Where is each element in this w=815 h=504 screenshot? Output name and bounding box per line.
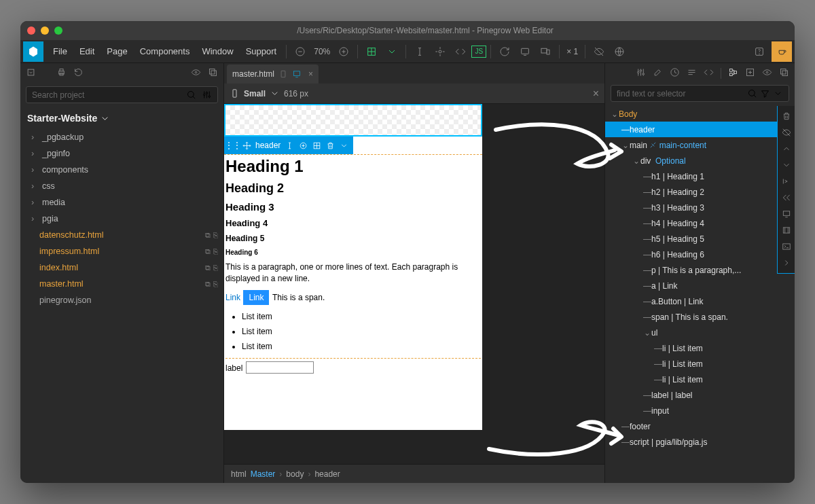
file-action-icon[interactable]: ⎘ [213, 280, 218, 289]
dom-header[interactable]: —header [605, 122, 795, 137]
add-panel-icon[interactable] [745, 67, 755, 80]
file-action-icon[interactable]: ⎘ [213, 264, 218, 272]
move-up-icon[interactable] [779, 141, 794, 156]
file-action-icon[interactable]: ⎘ [213, 247, 218, 256]
dom-p[interactable]: —p | This is a paragraph,... [605, 262, 795, 278]
heading-2[interactable]: Heading 2 [225, 181, 481, 196]
dom-a-button[interactable]: —a.Button | Link [605, 293, 795, 309]
trash-icon[interactable] [779, 109, 794, 124]
breadcrumb-html[interactable]: html [231, 469, 247, 479]
move-icon[interactable] [242, 141, 251, 150]
dom-li[interactable]: —li | List item [605, 340, 795, 356]
devices-icon[interactable] [536, 42, 555, 61]
file-datenschutz[interactable]: datenschutz.html⧉⎘ [20, 227, 223, 243]
globe-icon[interactable] [610, 42, 629, 61]
close-tab-icon[interactable]: × [308, 69, 313, 79]
duplicate-icon[interactable] [298, 141, 308, 150]
file-action-icon[interactable]: ⧉ [205, 247, 211, 256]
text-input[interactable] [246, 361, 314, 374]
drag-handle-icon[interactable]: ⋮⋮ [228, 141, 238, 150]
edit-text-icon[interactable] [285, 141, 294, 150]
app-logo[interactable] [23, 41, 43, 62]
list[interactable]: List item List item List item [242, 312, 481, 351]
zoom-in-icon[interactable] [334, 42, 353, 61]
dom-label[interactable]: —label | label [605, 387, 795, 403]
project-search-input[interactable] [32, 90, 186, 100]
dom-input[interactable]: —input [605, 403, 795, 418]
list-item[interactable]: List item [242, 312, 481, 321]
link-button[interactable]: Link [243, 290, 269, 305]
dom-h1[interactable]: —h1 | Heading 1 [605, 168, 795, 184]
minimize-window-button[interactable] [41, 26, 49, 35]
heading-6[interactable]: Heading 6 [225, 249, 481, 256]
device-icon[interactable] [515, 42, 535, 61]
monitor-icon[interactable] [779, 206, 794, 221]
folder-components[interactable]: ›components [20, 162, 223, 178]
undo-icon[interactable] [73, 67, 84, 80]
link-1[interactable]: Link [225, 293, 240, 302]
heading-4[interactable]: Heading 4 [225, 218, 481, 228]
breadcrumb-header[interactable]: header [314, 469, 340, 479]
heading-5[interactable]: Heading 5 [225, 234, 481, 243]
zoom-window-button[interactable] [54, 26, 62, 35]
eye-icon[interactable] [191, 67, 201, 80]
hide-icon[interactable] [779, 125, 794, 140]
design-canvas[interactable]: ⋮⋮ header Heading 1 Heading 2 Heading 3 [224, 104, 482, 430]
menu-components[interactable]: Components [134, 43, 196, 59]
grid-icon[interactable] [362, 42, 381, 61]
close-viewport-icon[interactable]: × [593, 88, 599, 100]
dom-a[interactable]: —a | Link [605, 278, 795, 293]
dom-search-input[interactable] [617, 89, 744, 98]
indent-icon[interactable] [779, 174, 794, 189]
dom-main[interactable]: ⌄main main-content [605, 137, 795, 153]
file-pinegrow-json[interactable]: pinegrow.json [20, 292, 223, 308]
dom-h3[interactable]: —h3 | Heading 3 [605, 200, 795, 215]
delete-icon[interactable] [325, 141, 335, 150]
refresh-icon[interactable] [495, 42, 514, 61]
code-icon[interactable] [451, 42, 470, 61]
zoom-out-icon[interactable] [291, 42, 310, 61]
dom-body[interactable]: ⌄Body [605, 106, 795, 122]
more-icon[interactable] [779, 255, 794, 270]
clock-icon[interactable] [670, 67, 680, 80]
file-action-icon[interactable]: ⎘ [213, 231, 218, 240]
dom-span[interactable]: —span | This is a span. [605, 309, 795, 325]
help-icon[interactable] [750, 42, 769, 61]
menu-edit[interactable]: Edit [74, 43, 100, 59]
film-icon[interactable] [779, 223, 794, 238]
project-search[interactable] [26, 86, 218, 103]
project-name[interactable]: Starter-Website [20, 106, 223, 129]
dom-h2[interactable]: —h2 | Heading 2 [605, 184, 795, 200]
file-action-icon[interactable]: ⧉ [205, 264, 211, 272]
copy-icon[interactable] [208, 67, 218, 80]
chevron-down-icon[interactable] [382, 42, 401, 61]
brush-icon[interactable] [653, 67, 663, 80]
rewind-icon[interactable] [779, 190, 794, 205]
dom-li[interactable]: —li | List item [605, 356, 795, 372]
move-down-icon[interactable] [779, 158, 794, 173]
dom-div[interactable]: ⌄div Optional [605, 153, 795, 168]
file-action-icon[interactable]: ⧉ [205, 280, 211, 289]
filter-icon[interactable] [760, 88, 770, 98]
file-master[interactable]: master.html⧉⎘ [20, 276, 223, 292]
file-action-icon[interactable]: ⧉ [205, 231, 211, 240]
insert-grid-icon[interactable] [312, 141, 321, 150]
copy-icon[interactable] [779, 67, 789, 80]
form-label[interactable]: label [225, 363, 242, 373]
coffee-icon[interactable] [772, 41, 792, 62]
import-icon[interactable] [26, 67, 36, 80]
settings-icon[interactable] [202, 90, 212, 100]
js-toggle-icon[interactable]: JS [471, 46, 486, 58]
folder-pgia[interactable]: ›pgia [20, 211, 223, 227]
breadcrumb-master[interactable]: Master [251, 469, 276, 479]
dom-h5[interactable]: —h5 | Heading 5 [605, 231, 795, 247]
chevron-down-icon[interactable] [773, 88, 783, 98]
dom-h4[interactable]: —h4 | Heading 4 [605, 215, 795, 231]
tab-master[interactable]: master.html × [227, 65, 319, 84]
terminal-icon[interactable] [779, 239, 794, 254]
viewport-size-label[interactable]: Small [244, 89, 266, 98]
list-item[interactable]: List item [242, 342, 481, 351]
breadcrumb-body[interactable]: body [286, 469, 304, 479]
tree-icon[interactable] [728, 67, 738, 80]
list-item[interactable]: List item [242, 327, 481, 336]
